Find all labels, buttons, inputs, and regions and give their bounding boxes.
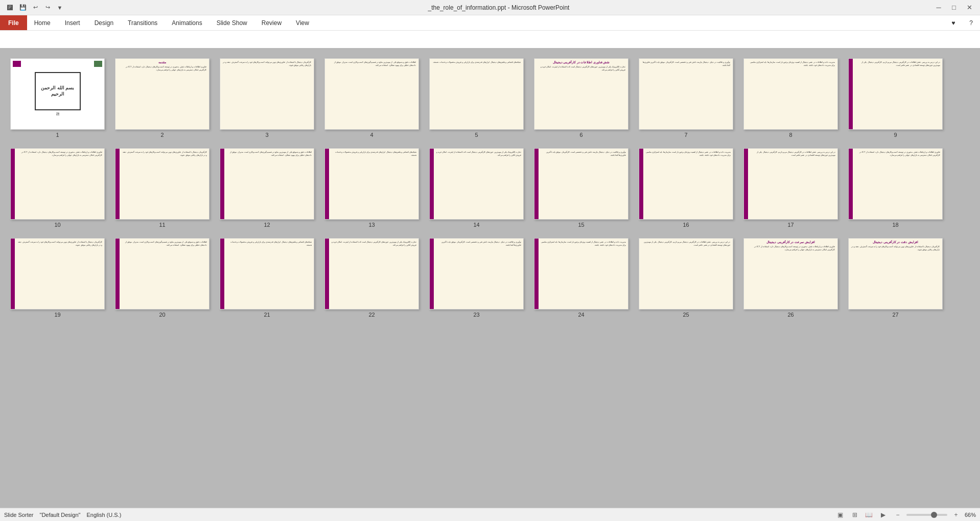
slide-body: مدیریت داده و اطلاعات در عصر دیجیتال از … [541,241,626,246]
purple-bar [639,149,643,219]
tab-file[interactable]: File [0,15,27,30]
slide-item-9[interactable]: در این درس به بررسی نقش اطلاعات در کارآف… [848,58,943,138]
slide-item-13[interactable]: شبکه‌های اجتماعی و پلتفرم‌های دیجیتال اب… [324,148,419,228]
slide-number-17: 17 [787,222,794,228]
zoom-slider[interactable] [906,514,947,516]
slide-item-15[interactable]: نوآوری و خلاقیت در دنیای دیجیتال نیازمند… [534,148,628,228]
slide-number-19: 19 [54,312,60,318]
zoom-out-btn[interactable]: − [892,510,903,519]
purple-bar [325,149,329,219]
tab-review[interactable]: Review [254,15,289,30]
tab-animations[interactable]: Animations [165,15,209,30]
slide-item-27[interactable]: افزایش دقت در کارآفرینی دیجیتال کارآفرین… [848,238,943,318]
slide-body: کارآفرینان دیجیتال با استفاده از فناوری‌… [223,61,311,66]
purple-bar [325,239,329,309]
zoom-handle [931,512,937,518]
slide-number-16: 16 [683,222,689,228]
slide-item-4[interactable]: اطلاعات دقیق و به‌موقع یکی از مهم‌ترین م… [324,58,419,138]
redo-quick-btn[interactable]: ↪ [42,2,53,13]
slide-number-5: 5 [475,132,478,138]
ribbon-tabs: File Home Insert Design Transitions Anim… [0,15,980,31]
purple-bar [115,239,120,309]
slide-number-2: 2 [160,132,164,138]
tab-insert[interactable]: Insert [58,15,87,30]
slide-item-20[interactable]: اطلاعات دقیق و به‌موقع یکی از مهم‌ترین م… [115,238,209,318]
zoom-in-btn[interactable]: + [950,510,962,519]
slide-body: نوآوری و خلاقیت در دنیای دیجیتال نیازمند… [436,241,521,246]
heart-btn[interactable]: ♥ [944,15,962,30]
slide-thumbnail-6: نقش فناوری اطلاعات در کارآفرینی دیجیتال … [534,58,628,130]
close-btn[interactable]: ✕ [963,3,976,13]
tab-home[interactable]: Home [27,15,58,30]
slide-thumbnail-25: در این درس به بررسی نقش اطلاعات در کارآف… [639,238,733,310]
slide-thumbnail-22: تجارت الکترونیک یکی از مهم‌ترین حوزه‌های… [324,238,419,310]
slide-item-7[interactable]: نوآوری و خلاقیت در دنیای دیجیتال نیازمند… [639,58,733,138]
slide-thumbnail-16: مدیریت داده و اطلاعات در عصر دیجیتال از … [639,148,733,220]
slide-sorter-view-btn[interactable]: ⊞ [849,510,860,519]
slide-thumbnail-13: شبکه‌های اجتماعی و پلتفرم‌های دیجیتال اب… [324,148,419,220]
slide-thumbnail-19: کارآفرینان دیجیتال با استفاده از فناوری‌… [10,238,105,310]
slide-item-1[interactable]: بسم الله الرحمن الرحیم ﷽ 1 [10,58,105,138]
slide-number-14: 14 [473,222,479,228]
slide-body: اطلاعات دقیق و به‌موقع یکی از مهم‌ترین م… [122,241,207,246]
maximize-btn[interactable]: □ [947,3,961,13]
slide-item-10[interactable]: فناوری اطلاعات و ارتباطات نقش محوری در ت… [10,148,105,228]
slide-item-6[interactable]: نقش فناوری اطلاعات در کارآفرینی دیجیتال … [534,58,628,138]
slide-body: نوآوری و خلاقیت در دنیای دیجیتال نیازمند… [541,151,626,156]
slide-item-16[interactable]: مدیریت داده و اطلاعات در عصر دیجیتال از … [639,148,733,228]
slide-thumbnail-24: مدیریت داده و اطلاعات در عصر دیجیتال از … [534,238,628,310]
slide-thumbnail-20: اطلاعات دقیق و به‌موقع یکی از مهم‌ترین م… [115,238,209,310]
slide-item-12[interactable]: اطلاعات دقیق و به‌موقع یکی از مهم‌ترین م… [220,148,314,228]
normal-view-btn[interactable]: ▣ [835,510,846,519]
slide-item-8[interactable]: مدیریت داده و اطلاعات در عصر دیجیتال از … [743,58,838,138]
slide-number-13: 13 [368,222,375,228]
save-quick-btn[interactable]: 💾 [17,2,29,13]
slide-item-17[interactable]: در این درس به بررسی نقش اطلاعات در کارآف… [743,148,838,228]
tab-transitions[interactable]: Transitions [121,15,165,30]
slide-item-22[interactable]: تجارت الکترونیک یکی از مهم‌ترین حوزه‌های… [324,238,419,318]
slide-item-3[interactable]: کارآفرینان دیجیتال با استفاده از فناوری‌… [220,58,314,138]
slide-number-21: 21 [264,312,270,318]
slide-thumbnail-4: اطلاعات دقیق و به‌موقع یکی از مهم‌ترین م… [324,58,419,130]
slide-thumbnail-7: نوآوری و خلاقیت در دنیای دیجیتال نیازمند… [639,58,733,130]
slide-item-26[interactable]: افزایش سرعت در کارآفرینی دیجیتال فناوری … [743,238,838,318]
slide-item-19[interactable]: کارآفرینان دیجیتال با استفاده از فناوری‌… [10,238,105,318]
slide-item-5[interactable]: شبکه‌های اجتماعی و پلتفرم‌های دیجیتال اب… [429,58,524,138]
slide-thumbnail-18: فناوری اطلاعات و ارتباطات نقش محوری در ت… [848,148,943,220]
help-btn[interactable]: ? [962,15,980,30]
slide-thumbnail-5: شبکه‌های اجتماعی و پلتفرم‌های دیجیتال اب… [429,58,524,130]
tab-slideshow[interactable]: Slide Show [209,15,254,30]
zoom-level: 66% [965,512,976,518]
slide-number-24: 24 [578,312,584,318]
status-bar: Slide Sorter "Default Design" English (U… [0,508,980,521]
slide-item-23[interactable]: نوآوری و خلاقیت در دنیای دیجیتال نیازمند… [429,238,524,318]
tab-view[interactable]: View [289,15,316,30]
minimize-btn[interactable]: ─ [932,3,945,13]
slide-item-2[interactable]: مقدمه فناوری اطلاعات و ارتباطات نقش محور… [115,58,209,138]
slide-item-11[interactable]: کارآفرینان دیجیتال با استفاده از فناوری‌… [115,148,209,228]
tab-design[interactable]: Design [87,15,121,30]
slide-item-18[interactable]: فناوری اطلاعات و ارتباطات نقش محوری در ت… [848,148,943,228]
title-bar-left: 🅿 💾 ↩ ↪ ▼ [4,2,65,13]
slideshow-view-btn[interactable]: ▶ [878,510,889,519]
slide-body: در این درس به بررسی نقش اطلاعات در کارآف… [855,61,940,66]
customize-quick-btn[interactable]: ▼ [54,2,65,13]
slide-number-1: 1 [56,132,59,138]
slide-number-8: 8 [789,132,792,138]
slide-item-24[interactable]: مدیریت داده و اطلاعات در عصر دیجیتال از … [534,238,628,318]
theme-label: "Default Design" [39,512,80,518]
undo-quick-btn[interactable]: ↩ [30,2,41,13]
main-content[interactable]: بسم الله الرحمن الرحیم ﷽ 1 مقدمه فناوری … [0,48,980,508]
slide-thumbnail-9: در این درس به بررسی نقش اطلاعات در کارآف… [848,58,943,130]
slide-body: شبکه‌های اجتماعی و پلتفرم‌های دیجیتال اب… [331,151,416,156]
slide-item-14[interactable]: تجارت الکترونیک یکی از مهم‌ترین حوزه‌های… [429,148,524,228]
purple-bar [744,149,748,219]
reading-view-btn[interactable]: 📖 [864,510,875,519]
slide-number-18: 18 [892,222,898,228]
slide-number-10: 10 [54,222,60,228]
app-icon[interactable]: 🅿 [4,2,15,13]
slide-item-25[interactable]: در این درس به بررسی نقش اطلاعات در کارآف… [639,238,733,318]
slide-item-21[interactable]: شبکه‌های اجتماعی و پلتفرم‌های دیجیتال اب… [220,238,314,318]
pink-corner [13,61,21,67]
slide-number-7: 7 [684,132,687,138]
